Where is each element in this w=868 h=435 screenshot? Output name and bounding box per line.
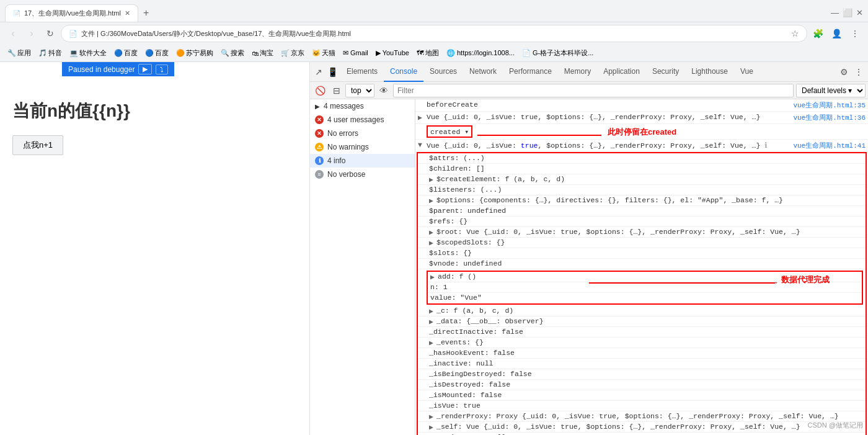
tab-elements[interactable]: Elements: [340, 62, 384, 82]
tab-network[interactable]: Network: [463, 62, 503, 82]
levels-selector[interactable]: Default levels ▾: [796, 84, 866, 97]
tab-console[interactable]: Console: [384, 62, 423, 82]
address-text: 文件 | G:/360MoveData/Users/静小文/Desktop/vu…: [81, 29, 787, 38]
log-entry-created: created ▾: [415, 124, 868, 140]
bookmark-apps[interactable]: 🔧 应用: [5, 47, 33, 59]
extensions-btn[interactable]: 🧩: [810, 25, 826, 42]
minimize-icon[interactable]: —: [831, 8, 839, 17]
prop-text: $refs: {}: [429, 217, 467, 226]
expand-icon-small[interactable]: ▶: [429, 317, 436, 326]
tab-security[interactable]: Security: [646, 62, 685, 82]
forward-btn[interactable]: ›: [24, 25, 40, 42]
log-props-container: $attrs: (...) $children: [] ▶ $createEle…: [417, 152, 867, 435]
reload-btn[interactable]: ↻: [42, 25, 58, 42]
resume-btn[interactable]: ▶: [138, 64, 152, 74]
sidebar-errors[interactable]: ✕ No errors: [310, 127, 415, 140]
sidebar-messages[interactable]: ▶ 4 messages: [310, 99, 415, 113]
console-sidebar: ▶ 4 messages ✕ 4 user messages ✕ No erro…: [310, 99, 415, 435]
prop-text: $slots: {}: [429, 249, 472, 258]
log-entry-vue-expanded: ▼ Vue {_uid: 0, _isVue: true, $options: …: [415, 140, 868, 152]
bookmark-login[interactable]: 🌐 https://login.1008...: [444, 48, 517, 58]
bookmark-suning[interactable]: 🟠 苏宁易购: [174, 47, 216, 59]
bookmark-tmall[interactable]: 🐱 天猫: [309, 47, 338, 59]
tab-lighthouse[interactable]: Lighthouse: [685, 62, 734, 82]
prop-text: $parent: undefined: [429, 207, 506, 215]
context-selector[interactable]: top: [345, 84, 374, 97]
close-window-icon[interactable]: ✕: [856, 8, 863, 17]
device-toggle-btn[interactable]: 📱: [325, 65, 340, 79]
log-file-36[interactable]: vue生命周期.html:36: [788, 113, 866, 122]
menu-btn[interactable]: ⋮: [847, 25, 863, 42]
bookmark-maps[interactable]: 🗺 地图: [414, 47, 441, 59]
devtools-tabs: Elements Console Sources Network Perform…: [340, 62, 760, 82]
warnings-label: No warnings: [327, 143, 369, 151]
log-prop-ismounted: _isMounted: false: [418, 390, 866, 401]
profile-btn[interactable]: 👤: [828, 25, 844, 42]
log-prop-n: n: 1: [428, 282, 862, 293]
sidebar-verbose[interactable]: ≡ No verbose: [310, 168, 415, 181]
bookmark-jd[interactable]: 🛒 京东: [278, 47, 307, 59]
bookmark-youtube[interactable]: ▶ YouTube: [373, 48, 412, 58]
log-vue-1-text: Vue {_uid: 0, _isVue: true, $options: {……: [427, 113, 788, 121]
bookmark-g[interactable]: 📄 G-格子达本科毕设...: [520, 47, 596, 59]
maximize-icon[interactable]: ⬜: [843, 8, 852, 17]
prop-text: $createElement: f (a, b, c, d): [436, 175, 565, 184]
sidebar-warnings[interactable]: ⚠ No warnings: [310, 140, 415, 154]
expand-icon-small[interactable]: ▶: [429, 423, 436, 431]
nav-bar: ‹ › ↻ 📄 文件 | G:/360MoveData/Users/静小文/De…: [0, 22, 868, 45]
eye-icon-btn[interactable]: 👁: [377, 84, 391, 97]
console-filter-input[interactable]: [393, 84, 794, 97]
bookmark-taobao[interactable]: 🛍 淘宝: [249, 47, 276, 59]
increment-button[interactable]: 点我n+1: [12, 135, 63, 155]
expand-icon-small[interactable]: ▶: [429, 196, 436, 205]
clear-console-btn[interactable]: 🚫: [312, 84, 328, 97]
inspect-element-btn[interactable]: ↗: [312, 65, 325, 79]
page-content: 当前n的值{{n}} 点我n+1: [0, 62, 309, 168]
tab-sources[interactable]: Sources: [423, 62, 463, 82]
tab-close-icon[interactable]: ✕: [125, 9, 130, 17]
prop-text: _hasHookEvent: false: [429, 349, 515, 357]
tab-performance[interactable]: Performance: [503, 62, 558, 82]
browser-tab[interactable]: 📄 17、生命周期/vue生命周期.html ✕: [5, 4, 138, 22]
address-bar[interactable]: 📄 文件 | G:/360MoveData/Users/静小文/Desktop/…: [61, 25, 807, 42]
log-file-41[interactable]: vue生命周期.html:41: [788, 141, 866, 150]
tab-memory[interactable]: Memory: [558, 62, 597, 82]
bookmark-baidu2[interactable]: 🔵 百度: [143, 47, 171, 59]
log-prop-listeners: $listeners: (...): [418, 185, 866, 195]
tab-application[interactable]: Application: [597, 62, 646, 82]
sidebar-user-messages[interactable]: ✕ 4 user messages: [310, 113, 415, 127]
prop-text: $scopedSlots: {}: [436, 238, 505, 247]
devtools-more-btn[interactable]: ⋮: [852, 65, 866, 79]
new-tab-btn[interactable]: +: [141, 5, 151, 21]
expand-icon-small[interactable]: ▶: [429, 238, 436, 247]
paused-text: Paused in debugger: [68, 65, 135, 74]
step-btn[interactable]: ⤵: [156, 65, 168, 74]
log-prop-data: ▶ _data: {__ob__: Observer}: [418, 316, 866, 327]
console-filter-toggle[interactable]: ⊟: [330, 84, 343, 97]
prop-text: _isVue: true: [429, 401, 480, 410]
expand-icon-small[interactable]: ▶: [429, 228, 436, 236]
bookmark-douyin[interactable]: 🎵 抖音: [36, 47, 64, 59]
sidebar-info[interactable]: ℹ 4 info: [310, 154, 415, 168]
bookmark-baidu1[interactable]: 🔵 百度: [112, 47, 140, 59]
prop-text: value: "Vue": [430, 294, 482, 303]
bookmark-gmail[interactable]: ✉ Gmail: [340, 48, 371, 58]
expand-icon-small[interactable]: ▶: [429, 338, 436, 347]
back-btn[interactable]: ‹: [5, 25, 21, 42]
expand-icon-1[interactable]: ▶: [418, 113, 427, 122]
bookmark-search[interactable]: 🔍 搜索: [218, 47, 247, 59]
tab-vue[interactable]: Vue: [734, 62, 760, 82]
bookmark-star-icon[interactable]: ☆: [791, 29, 799, 38]
prop-text: _inactive: null: [429, 359, 494, 368]
expand-icon-small[interactable]: ▶: [429, 175, 436, 184]
expand-icon-small[interactable]: ▶: [429, 307, 436, 315]
tab-bar-right: — ⬜ ✕: [831, 8, 863, 17]
prop-text: add: f (): [438, 272, 476, 281]
log-file-35[interactable]: vue生命周期.html:35: [788, 101, 866, 110]
expand-icon-small[interactable]: ▶: [430, 272, 438, 281]
log-prop-directinactive: _directInactive: false: [418, 327, 866, 338]
devtools-settings-btn[interactable]: ⚙: [838, 65, 851, 79]
expand-icon-small[interactable]: ▶: [429, 412, 436, 421]
expand-icon-2[interactable]: ▼: [418, 141, 427, 149]
bookmark-software[interactable]: 💻 软件大全: [67, 47, 109, 59]
